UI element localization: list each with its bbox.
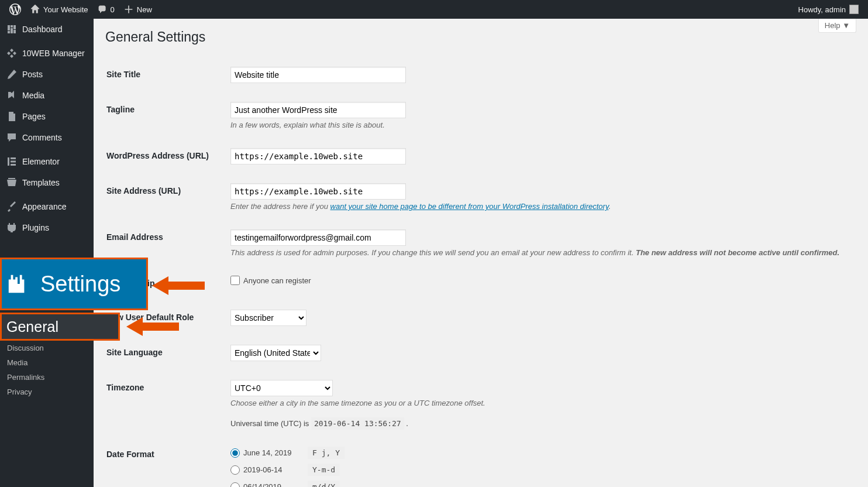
label-site-url: Site Address (URL) — [106, 174, 223, 220]
date-format-display-2: 06/14/2019 — [243, 482, 281, 487]
radio-date-format-2[interactable] — [230, 482, 240, 488]
settings-form: Site Title Tagline In a few words, expla… — [105, 57, 856, 487]
howdy-text: Howdy, admin — [798, 5, 846, 14]
page-title: General Settings — [105, 29, 856, 45]
date-format-code-1: Y-m-d — [308, 464, 340, 476]
plus-icon — [124, 5, 133, 14]
checkbox-membership-label: Anyone can register — [243, 276, 311, 285]
settings-icon — [6, 273, 29, 295]
input-wp-url[interactable] — [230, 148, 406, 164]
input-site-title[interactable] — [230, 67, 406, 83]
admin-bar: Your Website 0 New Howdy, admin — [0, 0, 868, 19]
templates-icon — [6, 177, 18, 188]
svg-rect-3 — [11, 164, 16, 166]
checkbox-membership[interactable] — [230, 276, 240, 285]
date-format-display-0: June 14, 2019 — [243, 448, 291, 457]
new-content-link[interactable]: New — [119, 0, 157, 19]
arrow-to-general — [126, 315, 179, 338]
utc-value: 2019-06-14 13:56:27 — [311, 417, 404, 430]
admin-sidebar: Dashboard 10WEB Manager Posts Media Page… — [0, 19, 94, 487]
sidebar-subitem-media[interactable]: Media — [0, 355, 94, 370]
svg-rect-0 — [8, 157, 9, 166]
media-icon — [6, 90, 18, 101]
dashboard-icon — [6, 23, 18, 35]
sidebar-item-posts[interactable]: Posts — [0, 64, 94, 85]
date-format-code-0: F j, Y — [308, 447, 345, 459]
sidebar-item-dashboard[interactable]: Dashboard — [0, 19, 94, 40]
posts-icon — [6, 68, 18, 80]
site-name-text: Your Website — [43, 5, 88, 14]
desc-tagline: In a few words, explain what this site i… — [230, 121, 849, 129]
sidebar-item-templates[interactable]: Templates — [0, 172, 94, 193]
radio-date-format-0[interactable] — [230, 448, 240, 458]
input-email[interactable] — [230, 229, 406, 246]
sidebar-item-comments[interactable]: Comments — [0, 127, 94, 148]
label-tagline: Tagline — [106, 93, 223, 138]
select-role[interactable]: Subscriber — [230, 310, 306, 326]
plugins-icon — [6, 222, 18, 234]
arrow-to-settings — [152, 274, 205, 297]
svg-rect-1 — [11, 157, 16, 159]
desc-tz: Choose either a city in the same timezon… — [230, 399, 849, 407]
elementor-icon — [6, 156, 18, 167]
sidebar-subitem-privacy[interactable]: Privacy — [0, 385, 94, 399]
wordpress-icon — [9, 4, 21, 15]
label-site-title: Site Title — [106, 58, 223, 92]
label-date-format: Date Format — [106, 438, 223, 487]
sidebar-item-plugins[interactable]: Plugins — [0, 217, 94, 238]
sidebar-subitem-permalinks[interactable]: Permalinks — [0, 370, 94, 385]
callout-settings: Settings — [0, 258, 148, 310]
radio-date-format-1[interactable] — [230, 465, 240, 475]
select-lang[interactable]: English (United States) — [230, 345, 321, 361]
date-format-display-1: 2019-06-14 — [243, 465, 283, 474]
site-name-link[interactable]: Your Website — [26, 0, 93, 19]
help-tab[interactable]: Help ▼ — [818, 19, 856, 33]
utc-line: Universal time (UTC) is 2019-06-14 13:56… — [230, 419, 849, 428]
new-label: New — [137, 5, 152, 14]
input-tagline[interactable] — [230, 102, 406, 118]
pages-icon — [6, 111, 18, 122]
desc-email: This address is used for admin purposes.… — [230, 248, 849, 257]
main-content: Help ▼ Settings General General Settings… — [94, 19, 868, 487]
input-site-url[interactable] — [230, 183, 406, 200]
sidebar-item-media[interactable]: Media — [0, 85, 94, 106]
label-tz: Timezone — [106, 371, 223, 437]
label-lang: Site Language — [106, 336, 223, 370]
sidebar-subitem-discussion[interactable]: Discussion — [0, 341, 94, 355]
comment-icon — [98, 5, 107, 14]
comments-icon — [6, 132, 18, 143]
callout-general: General — [0, 313, 120, 341]
comments-link[interactable]: 0 — [93, 0, 119, 19]
label-wp-url: WordPress Address (URL) — [106, 139, 223, 173]
sidebar-item-elementor[interactable]: Elementor — [0, 151, 94, 172]
select-tz[interactable]: UTC+0 — [230, 380, 333, 396]
svg-rect-2 — [11, 161, 16, 163]
link-site-url-doc[interactable]: want your site home page to be different… — [330, 202, 609, 211]
sidebar-item-10web[interactable]: 10WEB Manager — [0, 43, 94, 64]
wp-logo[interactable] — [5, 0, 26, 19]
appearance-icon — [6, 201, 18, 212]
tenweb-icon — [6, 47, 18, 59]
home-icon — [30, 5, 40, 14]
user-avatar-icon — [849, 5, 859, 14]
date-format-code-2: m/d/Y — [308, 481, 340, 487]
desc-site-url: Enter the address here if you want your … — [230, 202, 849, 211]
sidebar-item-pages[interactable]: Pages — [0, 106, 94, 127]
comments-count: 0 — [111, 5, 115, 14]
sidebar-item-appearance[interactable]: Appearance — [0, 196, 94, 217]
howdy-link[interactable]: Howdy, admin — [794, 0, 863, 19]
